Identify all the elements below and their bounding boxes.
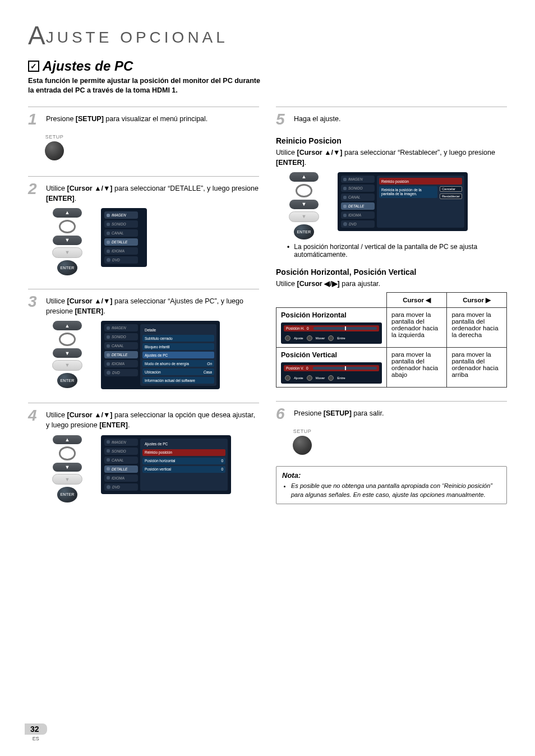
reinicio-text: Utilice [Cursor ▲/▼] para seleccionar “R… [276,147,507,168]
dpad-down-icon: ▼ [289,200,319,209]
setup-button-graphic: SETUP [45,132,64,163]
dpad-down-icon: ▼ [53,236,82,245]
step-text: Utilice [Cursor ▲/▼] para seleccionar “D… [46,181,259,204]
note-title: Nota: [282,471,501,480]
dpad-down-shadow-icon: ▼ [52,474,82,485]
th-cursor-left: Cursor ◀ [387,293,447,308]
note-item: Es posible que no obtenga una pantalla a… [291,482,501,499]
enter-button-icon: ENTER [57,487,77,502]
step-text: Presione [SETUP] para visualizar el menú… [46,112,207,124]
step-3: 3 Utilice [Cursor ▲/▼] para seleccionar … [28,289,259,389]
position-title: Posición Horizontal, Posición Vertical [276,268,507,276]
mini-shot-vertical: Posición V. 0 Ajuste Mover Entre [281,362,382,384]
restore-button: Restablecer [440,193,462,199]
dpad-down-icon: ▼ [53,463,82,472]
dpad-ring-icon [59,220,76,233]
round-button-icon [293,436,312,455]
tv-detalle-panel: IMAGEN SONIDO CANAL DETALLE IDIOMA DVD D… [101,321,220,389]
dpad-graphic: ▲ ▼ ▼ ENTER [282,172,326,239]
step-number: 1 [28,112,40,127]
dpad-down-shadow-icon: ▼ [52,247,82,258]
dpad-up-icon: ▲ [53,435,82,445]
checkbox-icon: ✓ [28,61,39,72]
enter-button-icon: ENTER [57,373,77,388]
reinicio-title: Reinicio Posicion [276,136,507,145]
step-number: 5 [276,112,288,127]
main-title: A JUSTE OPCIONAL [28,22,507,48]
step-4: 4 Utilice [Cursor ▲/▼] para seleccionar … [28,403,259,502]
tv-menu-tabs-only: IMAGEN SONIDO CANAL DETALLE IDIOMA DVD [101,208,147,267]
tv-ajustes-panel: IMAGEN SONIDO CANAL DETALLE IDIOMA DVD A… [101,435,231,494]
dpad-up-icon: ▲ [53,208,82,218]
auto-adjust-note: La posición horizontal / vertical de la … [287,243,507,259]
panel-title: Reinicio posición [379,178,462,185]
right-column: 5 Haga el ajuste. Reinicio Posicion Util… [276,107,507,504]
cursor-table: Cursor ◀ Cursor ▶ Posición Horizontal Po… [276,292,507,388]
table-row: Posición Vertical Posición V. 0 Ajuste M… [276,348,507,388]
enter-button-icon: ENTER [294,224,314,239]
step-1: 1 Presione [SETUP] para visualizar el me… [28,107,259,163]
step-number: 3 [28,294,40,310]
step-number: 2 [28,181,40,197]
section-header: ✓ Ajustes de PC [28,58,507,74]
step-text: Utilice [Cursor ▲/▼] para seleccionar la… [46,408,259,430]
dpad-graphic: ▲ ▼ ▼ ENTER [45,208,90,275]
main-title-rest: JUSTE OPCIONAL [46,29,228,48]
step-6: 6 Presione [SETUP] para salir. SETUP Not… [276,401,507,504]
step-text: Utilice [Cursor ▲/▼] para seleccionar “A… [46,294,259,316]
dpad-down-icon: ▼ [53,348,82,358]
dpad-ring-icon [296,184,312,197]
dpad-ring-icon [59,333,76,346]
dpad-up-icon: ▲ [53,321,82,330]
position-text: Utilice [Cursor ◀/▶] para ajustar. [276,279,507,289]
tv-reinicio-panel: IMAGEN SONIDO CANAL DETALLE IDIOMA DVD R… [338,172,468,231]
main-title-first: A [28,22,45,48]
cancel-button: Cancelar [440,186,462,192]
dpad-down-shadow-icon: ▼ [289,211,319,222]
dpad-graphic: ▲ ▼ ▼ ENTER [45,321,90,388]
dpad-down-shadow-icon: ▼ [52,360,82,371]
enter-button-icon: ENTER [57,260,77,275]
mini-shot-horizontal: Posición H. 0 Ajuste Mover Entre [281,322,382,344]
step-number: 6 [276,406,288,422]
step-text: Haga el ajuste. [294,112,340,124]
page-number: 32 ES [25,723,47,741]
setup-button-graphic: SETUP [293,426,312,457]
step-2: 2 Utilice [Cursor ▲/▼] para seleccionar … [28,176,259,275]
step-number: 4 [28,408,40,423]
section-title: Ajustes de PC [43,58,133,74]
note-box: Nota: Es posible que no obtenga una pant… [276,466,507,504]
step-5: 5 Haga el ajuste. Reinicio Posicion Util… [276,107,507,388]
table-row: Posición Horizontal Posición H. 0 Ajuste… [276,308,507,348]
dpad-ring-icon [59,446,76,460]
left-column: 1 Presione [SETUP] para visualizar el me… [28,107,259,503]
th-cursor-right: Cursor ▶ [447,293,507,308]
panel-title: Ajustes de PC [142,441,225,448]
step-text: Presione [SETUP] para salir. [294,406,384,418]
panel-title: Detalle [142,326,214,333]
section-lead: Esta función le permite ajustar la posic… [28,76,264,95]
dpad-graphic: ▲ ▼ ▼ ENTER [45,435,90,503]
round-button-icon [45,141,64,160]
dpad-up-icon: ▲ [289,172,319,182]
